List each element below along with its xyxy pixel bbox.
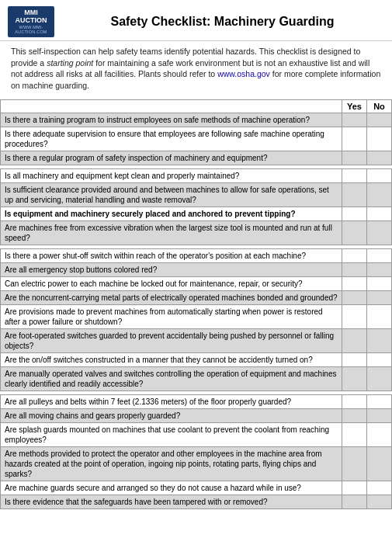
question-cell: Is there adequate supervision to ensure … bbox=[1, 127, 342, 151]
question-cell: Is sufficient clearance provided around … bbox=[1, 182, 342, 207]
page-header: MMI AUCTION WWW.MMI-AUCTION.COM Safety C… bbox=[0, 0, 392, 41]
question-cell: Are the on/off switches constructed in a… bbox=[1, 352, 342, 366]
question-cell: Are machines free from excessive vibrati… bbox=[1, 220, 342, 245]
no-cell bbox=[367, 220, 392, 245]
yes-cell bbox=[342, 408, 367, 422]
yes-cell bbox=[342, 276, 367, 290]
table-row: Is there adequate supervision to ensure … bbox=[1, 127, 392, 151]
col-header-no: No bbox=[367, 99, 392, 113]
question-cell: Are all moving chains and gears properly… bbox=[1, 408, 342, 422]
table-row: Are all pulleys and belts within 7 feet … bbox=[1, 394, 392, 408]
no-cell bbox=[367, 168, 392, 182]
question-cell: Is there a training program to instruct … bbox=[1, 113, 342, 127]
question-cell: Are the noncurrent-carrying metal parts … bbox=[1, 290, 342, 304]
question-cell: Are machine guards secure and arranged s… bbox=[1, 481, 342, 495]
no-cell bbox=[367, 304, 392, 328]
table-row: Are the noncurrent-carrying metal parts … bbox=[1, 290, 392, 304]
table-row: Are all moving chains and gears properly… bbox=[1, 408, 392, 422]
yes-cell bbox=[342, 446, 367, 481]
question-cell: Are foot-operated switches guarded to pr… bbox=[1, 328, 342, 352]
no-cell bbox=[367, 422, 392, 446]
table-row: Are provisions made to prevent machines … bbox=[1, 304, 392, 328]
logo-url: WWW.MMI-AUCTION.COM bbox=[8, 25, 54, 34]
no-cell bbox=[367, 495, 392, 508]
osha-link[interactable]: www.osha.gov bbox=[217, 69, 270, 78]
col-header-yes: Yes bbox=[342, 99, 367, 113]
no-cell bbox=[367, 151, 392, 165]
table-row: Are splash guards mounted on machines th… bbox=[1, 422, 392, 446]
question-cell: Are splash guards mounted on machines th… bbox=[1, 422, 342, 446]
table-row: Are machine guards secure and arranged s… bbox=[1, 481, 392, 495]
question-cell: Are all emergency stop buttons colored r… bbox=[1, 262, 342, 276]
question-cell: Is there a power shut-off switch within … bbox=[1, 248, 342, 262]
yes-cell bbox=[342, 113, 367, 127]
table-row: Is there a power shut-off switch within … bbox=[1, 248, 392, 262]
table-header-row: Yes No bbox=[1, 99, 392, 113]
yes-cell bbox=[342, 220, 367, 245]
no-cell bbox=[367, 248, 392, 262]
table-row: Is there evidence that the safeguards ha… bbox=[1, 495, 392, 508]
intro-italic: starting point bbox=[47, 58, 93, 68]
yes-cell bbox=[342, 248, 367, 262]
no-cell bbox=[367, 394, 392, 408]
no-cell bbox=[367, 290, 392, 304]
table-row: Are manually operated valves and switche… bbox=[1, 366, 392, 390]
question-cell: Are provisions made to prevent machines … bbox=[1, 304, 342, 328]
yes-cell bbox=[342, 495, 367, 508]
question-cell: Are methods provided to protect the oper… bbox=[1, 446, 342, 481]
no-cell bbox=[367, 481, 392, 495]
no-cell bbox=[367, 446, 392, 481]
table-row: Is equipment and machinery securely plac… bbox=[1, 207, 392, 220]
yes-cell bbox=[342, 304, 367, 328]
intro-paragraph: This self-inspection can help safety tea… bbox=[0, 41, 392, 96]
yes-cell bbox=[342, 168, 367, 182]
yes-cell bbox=[342, 481, 367, 495]
no-cell bbox=[367, 408, 392, 422]
table-row: Are foot-operated switches guarded to pr… bbox=[1, 328, 392, 352]
table-row: Are all emergency stop buttons colored r… bbox=[1, 262, 392, 276]
yes-cell bbox=[342, 127, 367, 151]
table-row: Are the on/off switches constructed in a… bbox=[1, 352, 392, 366]
checklist-table: Yes No Is there a training program to in… bbox=[0, 99, 392, 509]
yes-cell bbox=[342, 182, 367, 207]
table-row: Are machines free from excessive vibrati… bbox=[1, 220, 392, 245]
table-row: Are methods provided to protect the oper… bbox=[1, 446, 392, 481]
yes-cell bbox=[342, 328, 367, 352]
no-cell bbox=[367, 127, 392, 151]
no-cell bbox=[367, 262, 392, 276]
yes-cell bbox=[342, 290, 367, 304]
table-row: Is there a regular program of safety ins… bbox=[1, 151, 392, 165]
no-cell bbox=[367, 352, 392, 366]
table-row: Is there a training program to instruct … bbox=[1, 113, 392, 127]
col-header-question bbox=[1, 99, 342, 113]
yes-cell bbox=[342, 207, 367, 220]
yes-cell bbox=[342, 151, 367, 165]
logo-name: MMI AUCTION bbox=[8, 9, 54, 25]
question-cell: Is equipment and machinery securely plac… bbox=[1, 207, 342, 220]
company-logo: MMI AUCTION WWW.MMI-AUCTION.COM bbox=[8, 6, 54, 37]
no-cell bbox=[367, 207, 392, 220]
question-cell: Can electric power to each machine be lo… bbox=[1, 276, 342, 290]
question-cell: Are manually operated valves and switche… bbox=[1, 366, 342, 390]
yes-cell bbox=[342, 422, 367, 446]
no-cell bbox=[367, 366, 392, 390]
no-cell bbox=[367, 328, 392, 352]
table-row: Can electric power to each machine be lo… bbox=[1, 276, 392, 290]
question-cell: Is all machinery and equipment kept clea… bbox=[1, 168, 342, 182]
question-cell: Is there evidence that the safeguards ha… bbox=[1, 495, 342, 508]
table-row: Is sufficient clearance provided around … bbox=[1, 182, 392, 207]
table-row: Is all machinery and equipment kept clea… bbox=[1, 168, 392, 182]
yes-cell bbox=[342, 394, 367, 408]
no-cell bbox=[367, 113, 392, 127]
no-cell bbox=[367, 276, 392, 290]
no-cell bbox=[367, 182, 392, 207]
yes-cell bbox=[342, 366, 367, 390]
yes-cell bbox=[342, 352, 367, 366]
question-cell: Is there a regular program of safety ins… bbox=[1, 151, 342, 165]
yes-cell bbox=[342, 262, 367, 276]
question-cell: Are all pulleys and belts within 7 feet … bbox=[1, 394, 342, 408]
page-title: Safety Checklist: Machinery Guarding bbox=[61, 15, 384, 29]
